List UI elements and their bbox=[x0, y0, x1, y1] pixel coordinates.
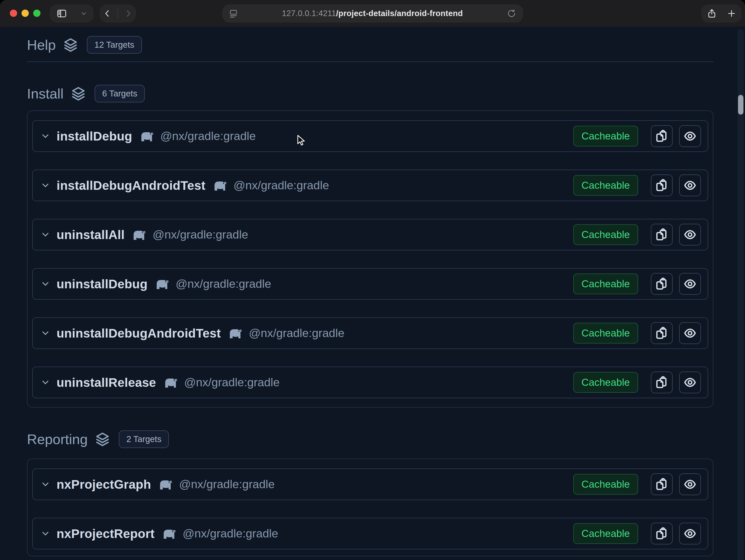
back-icon[interactable] bbox=[103, 9, 112, 18]
view-button[interactable] bbox=[679, 174, 701, 196]
eye-icon bbox=[684, 278, 696, 290]
gradle-elephant-icon bbox=[155, 278, 169, 290]
copy-button[interactable] bbox=[651, 125, 673, 147]
scrollbar-thumb[interactable] bbox=[738, 95, 743, 115]
chevron-down-icon[interactable] bbox=[80, 10, 88, 17]
target-name: installDebugAndroidTest bbox=[57, 178, 205, 193]
minimize-window-button[interactable] bbox=[22, 10, 29, 17]
target-row[interactable]: nxProjectReport @nx/gradle:gradle Cachea… bbox=[32, 518, 708, 549]
sidebar-toggle-group bbox=[50, 5, 93, 22]
section-title: Help bbox=[27, 36, 56, 54]
copy-icon bbox=[655, 278, 668, 290]
close-window-button[interactable] bbox=[10, 10, 17, 17]
copy-icon bbox=[655, 478, 668, 491]
gradle-elephant-icon bbox=[159, 479, 172, 490]
target-row[interactable]: uninstallDebug @nx/gradle:gradle Cacheab… bbox=[32, 268, 708, 300]
url-path: /project-details/android-frontend bbox=[336, 9, 463, 18]
chevron-down-icon[interactable] bbox=[41, 480, 50, 489]
target-executor: @nx/gradle:gradle bbox=[175, 277, 271, 291]
cacheable-badge: Cacheable bbox=[573, 523, 638, 544]
page-format-icon[interactable] bbox=[229, 9, 238, 18]
scrollbar-track[interactable] bbox=[738, 29, 744, 560]
copy-button[interactable] bbox=[651, 372, 673, 393]
target-row[interactable]: uninstallDebugAndroidTest @nx/gradle:gra… bbox=[32, 317, 708, 349]
section-heading-install: Install 6 Targets bbox=[27, 85, 713, 102]
gradle-elephant-icon bbox=[132, 229, 146, 240]
url-text: 127.0.0.1:4211/project-details/android-f… bbox=[238, 9, 507, 18]
copy-button[interactable] bbox=[651, 224, 673, 246]
copy-button[interactable] bbox=[651, 322, 673, 344]
view-button[interactable] bbox=[679, 474, 701, 495]
chevron-down-icon[interactable] bbox=[41, 132, 50, 141]
cacheable-badge: Cacheable bbox=[573, 126, 638, 146]
eye-icon bbox=[684, 179, 696, 191]
target-executor: @nx/gradle:gradle bbox=[233, 179, 329, 192]
forward-icon[interactable] bbox=[124, 9, 133, 18]
target-executor: @nx/gradle:gradle bbox=[179, 478, 274, 491]
new-tab-icon[interactable] bbox=[727, 9, 736, 18]
target-name: nxProjectReport bbox=[57, 527, 155, 541]
target-name: uninstallRelease bbox=[57, 375, 156, 390]
eye-icon bbox=[684, 527, 696, 540]
copy-icon bbox=[655, 179, 668, 191]
window-controls bbox=[10, 10, 40, 17]
section-divider bbox=[27, 62, 713, 62]
copy-button[interactable] bbox=[651, 273, 673, 295]
gradle-elephant-icon bbox=[140, 130, 154, 142]
gradle-elephant-icon bbox=[213, 180, 227, 191]
view-button[interactable] bbox=[679, 322, 701, 344]
target-executor: @nx/gradle:gradle bbox=[184, 376, 280, 389]
target-row[interactable]: installDebug @nx/gradle:gradle Cacheable bbox=[32, 120, 708, 152]
copy-button[interactable] bbox=[651, 174, 673, 196]
target-name: nxProjectGraph bbox=[57, 477, 151, 492]
cacheable-badge: Cacheable bbox=[573, 224, 638, 245]
copy-icon bbox=[655, 130, 668, 142]
mouse-cursor bbox=[297, 135, 307, 147]
cacheable-badge: Cacheable bbox=[573, 274, 638, 294]
chevron-down-icon[interactable] bbox=[41, 329, 50, 338]
target-group-install: installDebug @nx/gradle:gradle Cacheable bbox=[27, 110, 713, 408]
chevron-down-icon[interactable] bbox=[41, 378, 50, 387]
target-name: installDebug bbox=[57, 129, 132, 143]
target-row[interactable]: installDebugAndroidTest @nx/gradle:gradl… bbox=[32, 170, 708, 201]
chevron-down-icon[interactable] bbox=[41, 230, 50, 239]
target-row[interactable]: nxProjectGraph @nx/gradle:gradle Cacheab… bbox=[32, 468, 708, 500]
target-row[interactable]: uninstallAll @nx/gradle:gradle Cacheable bbox=[32, 219, 708, 250]
section-title: Install bbox=[27, 85, 64, 102]
target-name: uninstallDebug bbox=[57, 277, 148, 291]
cacheable-badge: Cacheable bbox=[573, 175, 638, 196]
copy-button[interactable] bbox=[651, 523, 673, 545]
layers-icon bbox=[95, 432, 110, 447]
copy-icon bbox=[655, 527, 668, 540]
gradle-elephant-icon bbox=[164, 377, 177, 388]
layers-icon bbox=[71, 86, 86, 101]
chevron-down-icon[interactable] bbox=[41, 181, 50, 190]
zoom-window-button[interactable] bbox=[33, 10, 40, 17]
layers-icon bbox=[63, 37, 78, 53]
chevron-down-icon[interactable] bbox=[41, 279, 50, 288]
gradle-elephant-icon bbox=[229, 327, 242, 339]
view-button[interactable] bbox=[679, 372, 701, 393]
eye-icon bbox=[684, 130, 696, 142]
eye-icon bbox=[684, 327, 696, 339]
target-name: uninstallAll bbox=[57, 228, 125, 242]
view-button[interactable] bbox=[679, 273, 701, 295]
nav-buttons-group bbox=[100, 5, 136, 22]
copy-button[interactable] bbox=[651, 474, 673, 495]
target-row[interactable]: uninstallRelease @nx/gradle:gradle Cache… bbox=[32, 366, 708, 398]
chevron-down-icon[interactable] bbox=[41, 529, 50, 538]
view-button[interactable] bbox=[679, 523, 701, 545]
browser-toolbar: 127.0.0.1:4211/project-details/android-f… bbox=[0, 0, 745, 27]
targets-count-badge: 2 Targets bbox=[119, 430, 169, 448]
view-button[interactable] bbox=[679, 125, 701, 147]
view-button[interactable] bbox=[679, 224, 701, 246]
targets-count-badge: 12 Targets bbox=[87, 36, 142, 54]
sidebar-icon[interactable] bbox=[56, 8, 67, 19]
share-icon[interactable] bbox=[707, 8, 717, 19]
target-executor: @nx/gradle:gradle bbox=[249, 326, 344, 340]
eye-icon bbox=[684, 229, 696, 241]
address-bar[interactable]: 127.0.0.1:4211/project-details/android-f… bbox=[223, 5, 523, 22]
toolbar-right-group bbox=[702, 5, 741, 22]
section-title: Reporting bbox=[27, 431, 88, 448]
reload-icon[interactable] bbox=[507, 9, 516, 18]
